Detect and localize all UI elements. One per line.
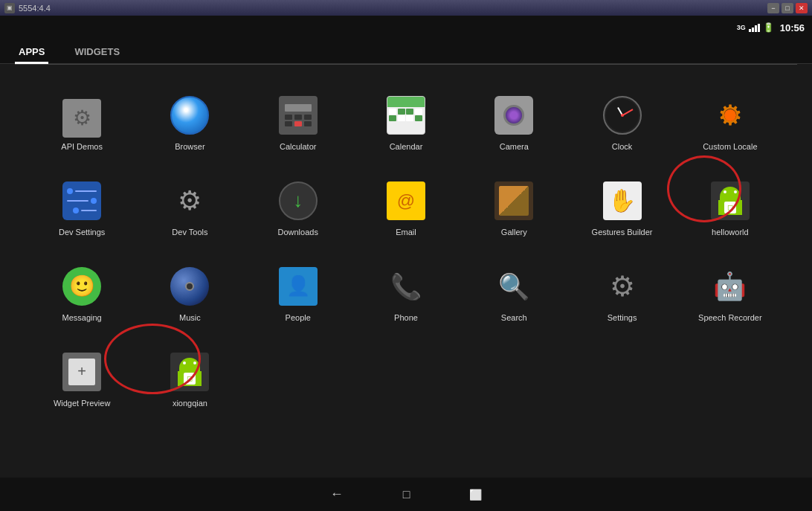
back-button[interactable]: ← <box>330 486 344 502</box>
clock-icon <box>600 93 645 138</box>
clock-label: Clock <box>612 142 633 152</box>
search-icon: 🔍 <box>492 264 536 309</box>
settings-icon: ⚙ <box>600 264 645 309</box>
dev-tools-label: Dev Tools <box>172 228 207 237</box>
app-item-search[interactable]: 🔍 Search <box>462 247 566 329</box>
app-item-helloworld[interactable]: ◻ helloworld <box>678 161 782 243</box>
app-item-xiongqian[interactable]: ◻ xiongqian <box>138 332 242 414</box>
app-item-gestures-builder[interactable]: ✋ Gestures Builder <box>570 161 674 243</box>
speech-recorder-icon: 🤖 <box>708 264 753 309</box>
status-time: 10:56 <box>780 22 805 33</box>
navigation-bar: ← □ ⬜ <box>0 478 812 511</box>
app-icon: ▣ <box>4 3 15 13</box>
android-robot2-icon: ◻ <box>178 358 202 386</box>
empty-cell-3 <box>462 332 566 414</box>
signal-bars <box>749 23 760 32</box>
app-item-people[interactable]: 👤 People <box>246 247 350 329</box>
camera-label: Camera <box>500 142 529 152</box>
music-label: Music <box>179 313 201 323</box>
recents-button[interactable]: ⬜ <box>469 489 482 501</box>
dev-settings-label: Dev Settings <box>59 228 105 237</box>
helloworld-icon: ◻ <box>708 179 753 223</box>
home-button[interactable]: □ <box>403 488 410 501</box>
signal-bar-1 <box>749 29 751 32</box>
gallery-icon <box>492 179 536 223</box>
tab-widgets[interactable]: WIDGETS <box>71 39 123 63</box>
people-icon: 👤 <box>276 264 320 309</box>
app-grid: API Demos Browser Calculator <box>0 65 812 478</box>
close-button[interactable]: ✕ <box>796 3 808 13</box>
maximize-button[interactable]: □ <box>782 3 793 13</box>
minimize-button[interactable]: − <box>767 3 779 13</box>
phone-label: Phone <box>394 313 418 323</box>
signal-bar-3 <box>755 25 757 32</box>
camera-icon <box>492 93 536 138</box>
messaging-label: Messaging <box>62 313 102 323</box>
xiongqian-icon: ◻ <box>167 350 212 394</box>
app-item-music[interactable]: Music <box>138 247 242 329</box>
network-type: 3G <box>737 24 746 31</box>
app-item-browser[interactable]: Browser <box>138 76 242 158</box>
app-item-messaging[interactable]: 🙂 Messaging <box>30 247 134 329</box>
app-item-gallery[interactable]: Gallery <box>462 161 566 243</box>
app-item-calculator[interactable]: Calculator <box>246 76 350 158</box>
empty-cell-5 <box>678 332 782 414</box>
browser-label: Browser <box>175 142 204 152</box>
signal-bar-2 <box>752 28 754 32</box>
calculator-label: Calculator <box>280 142 317 152</box>
custom-locale-label: Custom Locale <box>703 142 757 152</box>
downloads-icon: ↓ <box>276 179 320 223</box>
people-label: People <box>286 313 311 323</box>
gestures-builder-icon: ✋ <box>600 179 645 223</box>
status-bar: 3G 🔋 10:56 <box>0 16 812 39</box>
email-icon: @ <box>384 179 428 223</box>
downloads-label: Downloads <box>277 228 318 237</box>
status-icons: 3G 🔋 10:56 <box>737 22 805 33</box>
speech-recorder-label: Speech Recorder <box>698 313 762 323</box>
tabs-bar: APPS WIDGETS <box>0 39 812 64</box>
tab-apps[interactable]: APPS <box>15 39 48 63</box>
dev-settings-icon <box>59 179 104 223</box>
signal-bar-4 <box>758 24 760 32</box>
app-item-widget-preview[interactable]: + Widget Preview <box>30 332 134 414</box>
app-item-api-demos[interactable]: API Demos <box>30 76 134 158</box>
messaging-icon: 🙂 <box>59 264 104 309</box>
android2-eye-right <box>193 361 196 364</box>
title-bar: ▣ 5554:4.4 − □ ✕ <box>0 0 812 16</box>
calendar-icon <box>384 93 428 138</box>
android-eye-left <box>724 190 726 193</box>
app-item-camera[interactable]: Camera <box>462 76 566 158</box>
emulator-frame: 3G 🔋 10:56 APPS WIDGETS API Demos Browse… <box>0 16 812 511</box>
app-item-clock[interactable]: Clock <box>570 76 674 158</box>
android-robot-icon: ◻ <box>718 187 742 215</box>
android-eye-right <box>734 190 737 193</box>
xiongqian-label: xiongqian <box>173 399 207 408</box>
calendar-label: Calendar <box>390 142 423 152</box>
app-item-downloads[interactable]: ↓ Downloads <box>246 161 350 243</box>
api-demos-label: API Demos <box>61 142 103 152</box>
android2-eye-left <box>183 361 186 364</box>
music-icon <box>167 264 212 309</box>
api-demos-icon <box>62 99 101 138</box>
app-item-calendar[interactable]: Calendar <box>354 76 458 158</box>
email-label: Email <box>396 228 416 237</box>
search-label: Search <box>501 313 527 323</box>
helloworld-label: helloworld <box>712 228 749 237</box>
browser-icon <box>167 93 212 138</box>
empty-cell-1 <box>246 332 350 414</box>
app-item-email[interactable]: @ Email <box>354 161 458 243</box>
dev-tools-icon: ⚙ <box>167 179 212 223</box>
window-controls: − □ ✕ <box>767 3 808 13</box>
widget-preview-label: Widget Preview <box>54 399 110 408</box>
custom-locale-icon <box>708 93 753 138</box>
app-item-dev-settings[interactable]: Dev Settings <box>30 161 134 243</box>
app-item-speech-recorder[interactable]: 🤖 Speech Recorder <box>678 247 782 329</box>
empty-cell-2 <box>354 332 458 414</box>
app-item-custom-locale[interactable]: Custom Locale <box>678 76 782 158</box>
widget-preview-icon: + <box>59 350 104 394</box>
app-item-settings[interactable]: ⚙ Settings <box>570 247 674 329</box>
app-item-dev-tools[interactable]: ⚙ Dev Tools <box>138 161 242 243</box>
window-title: 5554:4.4 <box>19 4 767 13</box>
app-item-phone[interactable]: 📞 Phone <box>354 247 458 329</box>
phone-icon: 📞 <box>384 264 428 309</box>
